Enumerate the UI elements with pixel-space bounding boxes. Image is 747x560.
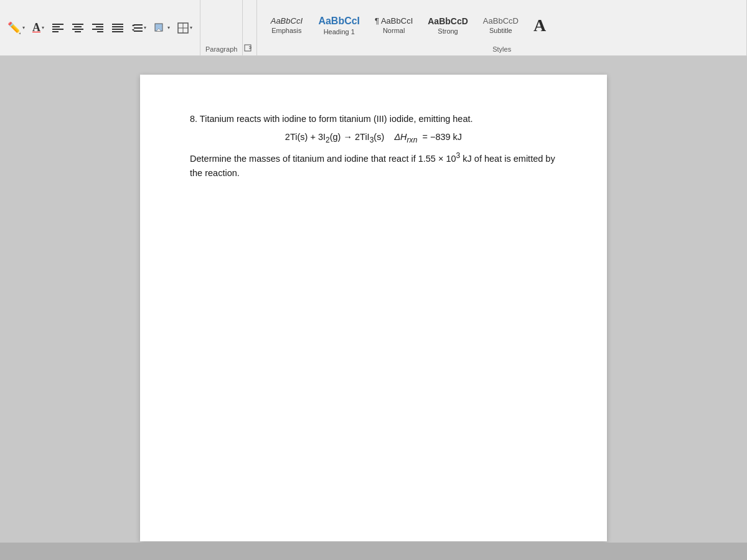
normal-preview: ¶ AaBbCcI	[375, 16, 413, 26]
paragraph-section: Paragraph	[200, 0, 243, 55]
subtitle-preview: AaBbCcD	[483, 16, 519, 26]
style-emphasis[interactable]: AaBbCcI Emphasis	[265, 14, 308, 37]
spacing-arrow: ▾	[144, 25, 146, 30]
styles-section: AaBbCcI Emphasis AaBbCcI Heading 1 ¶ AaB…	[257, 0, 747, 55]
svg-rect-0	[52, 24, 63, 25]
svg-rect-4	[72, 24, 83, 25]
align-center-button[interactable]	[69, 19, 87, 37]
heading1-preview: AaBbCcI	[318, 16, 360, 27]
undo-arrow: ▾	[22, 25, 25, 30]
subscript-3: 3	[370, 136, 374, 144]
svg-rect-2	[52, 29, 63, 30]
svg-rect-17	[134, 27, 143, 29]
chemical-equation: 2Ti(s) + 3I2(g) → 2TiI3(s) ΔHrxn = −839 …	[190, 130, 557, 146]
normal-label: Normal	[383, 27, 405, 34]
justify-button[interactable]	[109, 19, 126, 37]
document-content: 8. Titanium reacts with iodine to form t…	[190, 112, 557, 181]
subscript-2: 2	[326, 136, 330, 144]
style-heading1[interactable]: AaBbCcI Heading 1	[313, 13, 365, 38]
svg-rect-15	[112, 31, 123, 32]
bottom-status-bar	[0, 543, 747, 560]
paragraph-expand-button[interactable]	[243, 43, 253, 53]
svg-rect-5	[74, 26, 82, 27]
svg-rect-9	[96, 26, 103, 27]
style-strong[interactable]: AaBbCcD Strong	[423, 14, 473, 37]
svg-rect-1	[52, 26, 60, 27]
strong-preview: AaBbCcD	[428, 16, 468, 26]
borders-button[interactable]: ▾	[175, 21, 195, 35]
document-container: 8. Titanium reacts with iodine to form t…	[0, 56, 747, 560]
svg-rect-6	[72, 29, 83, 30]
superscript-3: 3	[456, 151, 461, 160]
problem-8-followup: Determine the masses of titanium and iod…	[190, 150, 557, 180]
delta-h: ΔH	[394, 132, 406, 142]
problem-number: 8.	[190, 114, 200, 124]
emphasis-label: Emphasis	[271, 27, 301, 34]
subtitle-label: Subtitle	[489, 27, 512, 34]
heading1-label: Heading 1	[324, 28, 355, 35]
style-subtitle[interactable]: AaBbCcD Subtitle	[478, 14, 524, 37]
font-tools: ✏️ ▾ A ▾	[0, 0, 200, 55]
document-page: 8. Titanium reacts with iodine to form t…	[140, 75, 607, 541]
borders-arrow: ▾	[190, 25, 192, 30]
svg-rect-18	[134, 30, 143, 32]
svg-rect-14	[112, 29, 123, 30]
svg-rect-12	[112, 24, 123, 25]
toolbar: ✏️ ▾ A ▾	[0, 0, 747, 56]
svg-rect-10	[92, 29, 103, 30]
font-color-button[interactable]: A ▾	[30, 20, 47, 35]
line-spacing-button[interactable]: ▾	[129, 22, 149, 34]
svg-rect-11	[97, 31, 103, 32]
styles-list: AaBbCcI Emphasis AaBbCcI Heading 1 ¶ AaB…	[265, 0, 739, 45]
font-big-a[interactable]: A	[529, 16, 551, 35]
shading-button[interactable]: ▾	[151, 21, 172, 35]
shading-arrow: ▾	[167, 25, 170, 30]
styles-label: Styles	[265, 45, 739, 55]
rxn-subscript: rxn	[407, 136, 418, 144]
align-left-button[interactable]	[49, 19, 67, 37]
svg-rect-16	[134, 24, 143, 26]
svg-rect-13	[112, 26, 123, 27]
svg-rect-26	[245, 45, 251, 51]
style-normal[interactable]: ¶ AaBbCcI Normal	[370, 14, 418, 37]
emphasis-preview: AaBbCcI	[271, 16, 303, 26]
strong-label: Strong	[438, 27, 458, 35]
font-color-arrow: ▾	[42, 25, 44, 30]
svg-rect-8	[92, 24, 103, 25]
svg-rect-7	[75, 31, 81, 32]
align-right-button[interactable]	[89, 19, 106, 37]
undo-button[interactable]: ✏️ ▾	[5, 20, 27, 36]
svg-rect-3	[52, 31, 59, 32]
problem-8-intro: 8. Titanium reacts with iodine to form t…	[190, 112, 557, 126]
paragraph-label: Paragraph	[205, 45, 237, 55]
